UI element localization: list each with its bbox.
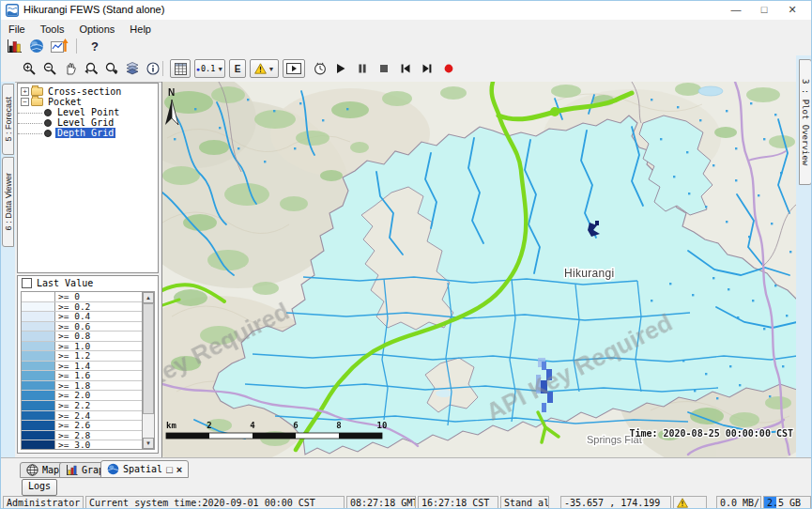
chart-display-button[interactable] (50, 37, 69, 55)
globe-icon (29, 39, 44, 54)
play-icon (335, 63, 346, 74)
legend-color-swatch (22, 332, 55, 341)
status-coordinates: -35.657 , 174.199 (560, 496, 671, 509)
tree-item-pocket[interactable]: −Pocket (18, 97, 158, 107)
database-viewer-button[interactable] (5, 37, 23, 55)
legend-row[interactable]: >= 3.0 (22, 440, 142, 450)
checkbox-icon[interactable] (22, 278, 32, 288)
pond (436, 390, 452, 397)
legend-row[interactable]: >= 0 (22, 292, 142, 302)
lake (698, 86, 723, 96)
tree-item-label: Level Point (55, 107, 121, 117)
legend-color-swatch (22, 401, 55, 410)
zoom-previous-button[interactable] (82, 59, 100, 78)
zoom-next-button[interactable] (102, 59, 121, 78)
warnings-selector[interactable]: ▼ (250, 59, 279, 78)
last-value-label: Last Value (37, 278, 93, 288)
folder-icon (31, 87, 43, 96)
tab-forecast[interactable]: 5 : Forecast (2, 84, 14, 155)
legend-row[interactable]: >= 2.2 (22, 401, 142, 411)
main-toolbar: ? (1, 36, 812, 55)
north-label: N (168, 87, 175, 98)
status-bar: Administrator Current system time:2020-0… (1, 496, 812, 509)
scale-unit-label: km (166, 421, 176, 430)
info-button[interactable] (144, 59, 162, 78)
node-bullet-icon (44, 130, 52, 137)
menu-item-options[interactable]: Options (71, 22, 122, 35)
tree-item-level-grid[interactable]: Level Grid (18, 117, 158, 128)
status-warning[interactable] (673, 496, 707, 509)
play-button[interactable] (331, 59, 350, 78)
legend-color-swatch (22, 371, 55, 380)
plot-overview-label: 3 : Plot Overview (801, 79, 810, 165)
chart-arrow-icon (51, 39, 69, 54)
menu-item-tools[interactable]: Tools (33, 22, 72, 35)
last-value-option[interactable]: Last Value (22, 278, 93, 288)
animation-button[interactable] (283, 59, 305, 78)
tree-item-label: Cross-section (46, 86, 123, 97)
float-tab-icon[interactable]: □ (166, 465, 173, 474)
map-time-label: Time: 2020-08-25 00:00:00 CST (629, 428, 793, 439)
wire-globe-icon (26, 464, 38, 476)
tab-data-viewer[interactable]: 6 : Data Viewer (2, 157, 14, 247)
blue-globe-icon (107, 463, 119, 475)
legend-class-label: >= 1.6 (55, 371, 90, 380)
record-button[interactable] (439, 59, 458, 78)
minimize-button[interactable]: — (722, 1, 750, 20)
menu-item-file[interactable]: File (1, 22, 33, 35)
zoom-out-button[interactable] (40, 59, 59, 78)
legend-class-label: >= 2.2 (55, 401, 90, 410)
movie-icon (286, 63, 301, 74)
tree-item-level-point[interactable]: Level Point (18, 107, 158, 117)
menu-item-help[interactable]: Help (122, 22, 159, 35)
legend-class-label: >= 3.0 (55, 440, 90, 450)
river-node (550, 107, 559, 116)
close-button[interactable]: ✕ (778, 1, 806, 20)
scroll-down-button[interactable]: ▼ (143, 438, 154, 449)
left-tab-strip: 5 : Forecast6 : Data Viewer (1, 82, 15, 457)
tree-item-label: Pocket (46, 97, 84, 107)
scroll-up-button[interactable]: ▲ (143, 292, 154, 303)
grid-display-button[interactable] (170, 59, 191, 78)
warning-icon (677, 498, 688, 508)
zoom-in-button[interactable] (20, 59, 38, 78)
status-system-time: Current system time:2020-09-01 00:00 CST (85, 496, 345, 509)
filter-tree-panel: +Cross-section−PocketLevel PointLevel Gr… (17, 83, 159, 273)
layers-icon (126, 62, 139, 75)
map-canvas[interactable]: API Key Required API Key Required Hikura… (161, 82, 796, 457)
pan-button[interactable] (61, 59, 80, 78)
time-settings-button[interactable] (311, 59, 329, 78)
maximize-button[interactable]: □ (750, 1, 778, 20)
legend-class-label: >= 0 (55, 292, 80, 301)
spatial-display-button[interactable] (27, 37, 46, 55)
legend-color-swatch (22, 312, 55, 321)
logs-button[interactable]: Logs (22, 479, 57, 496)
status-memory: 2.5 GB (763, 496, 811, 509)
legend-scrollbar[interactable]: ▲ ▼ (142, 292, 154, 449)
stop-button[interactable] (375, 59, 393, 78)
legend-class-label: >= 1.0 (55, 342, 90, 351)
step-back-button[interactable] (396, 59, 415, 78)
collapse-icon[interactable]: − (21, 98, 29, 106)
class-break-selector[interactable]: ● 0.1 ▼ (194, 59, 225, 78)
tree-item-cross-section[interactable]: +Cross-section (18, 86, 158, 97)
app-logo-icon (6, 4, 19, 17)
legend-color-swatch (22, 391, 55, 400)
expand-icon[interactable]: + (21, 87, 29, 96)
pause-button[interactable] (353, 59, 372, 78)
tab-plot-overview[interactable]: 3 : Plot Overview (799, 59, 812, 185)
scrollbar-thumb[interactable] (143, 303, 154, 414)
tab-label: Spatial (123, 464, 162, 474)
vertical-tab-label: 6 : Data Viewer (4, 173, 13, 230)
tree-item-depth-grid[interactable]: Depth Grid (18, 128, 158, 138)
close-tab-icon[interactable]: × (176, 465, 182, 474)
layers-button[interactable] (123, 59, 142, 78)
legend-class-label: >= 2.4 (55, 411, 90, 421)
elevation-button[interactable]: E (229, 59, 246, 78)
tab-spatial[interactable]: Spatial□× (100, 460, 189, 478)
help-button[interactable]: ? (85, 37, 104, 55)
legend-class-label: >= 1.2 (55, 351, 90, 361)
legend-color-swatch (22, 381, 55, 391)
step-forward-button[interactable] (418, 59, 437, 78)
zoom-next-icon (105, 62, 118, 75)
